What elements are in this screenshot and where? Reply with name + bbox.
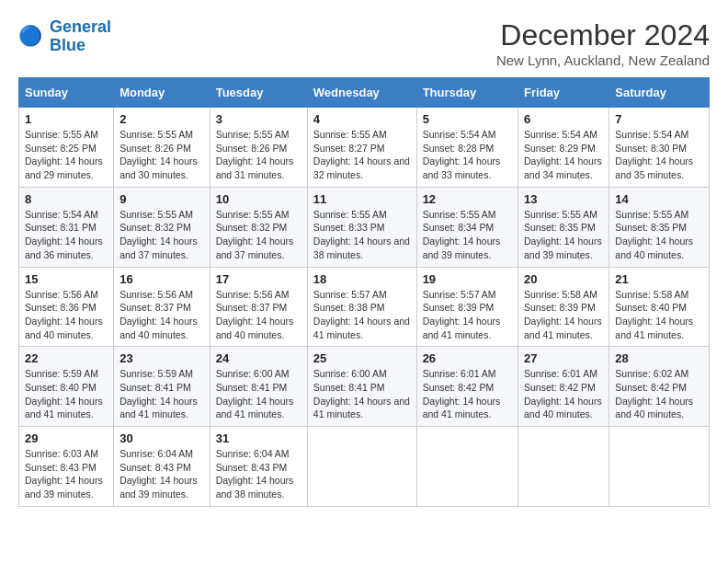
day-info: Sunrise: 5:55 AM Sunset: 8:35 PM Dayligh… <box>524 208 603 262</box>
day-info: Sunrise: 5:55 AM Sunset: 8:33 PM Dayligh… <box>313 208 411 262</box>
col-tuesday: Tuesday <box>210 78 307 108</box>
day-number: 5 <box>423 112 512 126</box>
day-info: Sunrise: 6:02 AM Sunset: 8:42 PM Dayligh… <box>615 367 703 421</box>
calendar-cell <box>518 427 609 507</box>
col-friday: Friday <box>518 78 609 108</box>
calendar-cell: 12 Sunrise: 5:55 AM Sunset: 8:34 PM Dayl… <box>416 187 518 267</box>
day-info: Sunrise: 5:54 AM Sunset: 8:29 PM Dayligh… <box>524 128 603 182</box>
day-info: Sunrise: 5:58 AM Sunset: 8:39 PM Dayligh… <box>524 288 603 342</box>
calendar-week-row: 22 Sunrise: 5:59 AM Sunset: 8:40 PM Dayl… <box>19 347 710 427</box>
calendar-cell <box>609 427 710 507</box>
calendar-cell: 9 Sunrise: 5:55 AM Sunset: 8:32 PM Dayli… <box>114 187 210 267</box>
calendar-cell: 14 Sunrise: 5:55 AM Sunset: 8:35 PM Dayl… <box>609 187 710 267</box>
calendar-cell: 31 Sunrise: 6:04 AM Sunset: 8:43 PM Dayl… <box>210 427 307 507</box>
day-info: Sunrise: 5:55 AM Sunset: 8:26 PM Dayligh… <box>119 128 204 182</box>
calendar-cell: 23 Sunrise: 5:59 AM Sunset: 8:41 PM Dayl… <box>114 347 210 427</box>
day-number: 24 <box>216 351 301 365</box>
day-number: 26 <box>423 351 512 365</box>
day-info: Sunrise: 6:01 AM Sunset: 8:42 PM Dayligh… <box>524 367 603 421</box>
day-number: 17 <box>216 272 301 286</box>
day-info: Sunrise: 5:59 AM Sunset: 8:41 PM Dayligh… <box>119 367 204 421</box>
day-number: 20 <box>524 272 603 286</box>
calendar-cell: 6 Sunrise: 5:54 AM Sunset: 8:29 PM Dayli… <box>518 108 609 188</box>
day-info: Sunrise: 5:57 AM Sunset: 8:38 PM Dayligh… <box>313 288 411 342</box>
day-number: 21 <box>615 272 703 286</box>
calendar-cell: 13 Sunrise: 5:55 AM Sunset: 8:35 PM Dayl… <box>518 187 609 267</box>
day-number: 19 <box>423 272 512 286</box>
col-thursday: Thursday <box>416 78 518 108</box>
calendar-cell: 10 Sunrise: 5:55 AM Sunset: 8:32 PM Dayl… <box>210 187 307 267</box>
page-header: 🔵 General Blue December 2024 New Lynn, A… <box>18 18 710 68</box>
day-number: 8 <box>25 192 108 206</box>
col-sunday: Sunday <box>19 78 114 108</box>
calendar-cell: 28 Sunrise: 6:02 AM Sunset: 8:42 PM Dayl… <box>609 347 710 427</box>
calendar-cell: 22 Sunrise: 5:59 AM Sunset: 8:40 PM Dayl… <box>19 347 114 427</box>
day-info: Sunrise: 5:58 AM Sunset: 8:40 PM Dayligh… <box>615 288 703 342</box>
calendar-cell: 24 Sunrise: 6:00 AM Sunset: 8:41 PM Dayl… <box>210 347 307 427</box>
day-number: 31 <box>216 431 301 445</box>
logo-text: General Blue <box>50 18 111 55</box>
calendar-cell: 15 Sunrise: 5:56 AM Sunset: 8:36 PM Dayl… <box>19 267 114 347</box>
day-number: 3 <box>216 112 301 126</box>
calendar-cell: 30 Sunrise: 6:04 AM Sunset: 8:43 PM Dayl… <box>114 427 210 507</box>
day-info: Sunrise: 6:04 AM Sunset: 8:43 PM Dayligh… <box>216 447 301 501</box>
day-info: Sunrise: 5:56 AM Sunset: 8:37 PM Dayligh… <box>119 288 204 342</box>
calendar-cell <box>307 427 416 507</box>
day-number: 10 <box>216 192 301 206</box>
day-info: Sunrise: 5:55 AM Sunset: 8:27 PM Dayligh… <box>313 128 411 182</box>
day-info: Sunrise: 5:57 AM Sunset: 8:39 PM Dayligh… <box>423 288 512 342</box>
calendar-cell: 5 Sunrise: 5:54 AM Sunset: 8:28 PM Dayli… <box>416 108 518 188</box>
calendar-cell: 26 Sunrise: 6:01 AM Sunset: 8:42 PM Dayl… <box>416 347 518 427</box>
calendar-week-row: 29 Sunrise: 6:03 AM Sunset: 8:43 PM Dayl… <box>19 427 710 507</box>
day-info: Sunrise: 5:55 AM Sunset: 8:34 PM Dayligh… <box>423 208 512 262</box>
day-number: 27 <box>524 351 603 365</box>
day-number: 14 <box>615 192 703 206</box>
calendar-cell: 4 Sunrise: 5:55 AM Sunset: 8:27 PM Dayli… <box>307 108 416 188</box>
day-number: 30 <box>119 431 204 445</box>
svg-text:🔵: 🔵 <box>18 24 43 48</box>
day-info: Sunrise: 5:55 AM Sunset: 8:32 PM Dayligh… <box>119 208 204 262</box>
calendar-cell: 20 Sunrise: 5:58 AM Sunset: 8:39 PM Dayl… <box>518 267 609 347</box>
title-area: December 2024 New Lynn, Auckland, New Ze… <box>496 18 710 68</box>
day-info: Sunrise: 6:00 AM Sunset: 8:41 PM Dayligh… <box>313 367 411 421</box>
calendar-header-row: Sunday Monday Tuesday Wednesday Thursday… <box>19 78 710 108</box>
day-number: 23 <box>119 351 204 365</box>
day-info: Sunrise: 5:55 AM Sunset: 8:32 PM Dayligh… <box>216 208 301 262</box>
calendar-cell: 27 Sunrise: 6:01 AM Sunset: 8:42 PM Dayl… <box>518 347 609 427</box>
calendar-week-row: 8 Sunrise: 5:54 AM Sunset: 8:31 PM Dayli… <box>19 187 710 267</box>
day-info: Sunrise: 5:54 AM Sunset: 8:28 PM Dayligh… <box>423 128 512 182</box>
day-info: Sunrise: 5:55 AM Sunset: 8:35 PM Dayligh… <box>615 208 703 262</box>
logo: 🔵 General Blue <box>18 18 111 55</box>
day-info: Sunrise: 5:54 AM Sunset: 8:30 PM Dayligh… <box>615 128 703 182</box>
day-number: 9 <box>119 192 204 206</box>
calendar-cell: 16 Sunrise: 5:56 AM Sunset: 8:37 PM Dayl… <box>114 267 210 347</box>
day-number: 13 <box>524 192 603 206</box>
day-number: 29 <box>25 431 108 445</box>
calendar-cell: 2 Sunrise: 5:55 AM Sunset: 8:26 PM Dayli… <box>114 108 210 188</box>
calendar-cell: 18 Sunrise: 5:57 AM Sunset: 8:38 PM Dayl… <box>307 267 416 347</box>
day-info: Sunrise: 6:00 AM Sunset: 8:41 PM Dayligh… <box>216 367 301 421</box>
day-info: Sunrise: 5:55 AM Sunset: 8:25 PM Dayligh… <box>25 128 108 182</box>
day-number: 6 <box>524 112 603 126</box>
day-number: 7 <box>615 112 703 126</box>
page-subtitle: New Lynn, Auckland, New Zealand <box>496 52 710 68</box>
day-number: 28 <box>615 351 703 365</box>
calendar-cell: 29 Sunrise: 6:03 AM Sunset: 8:43 PM Dayl… <box>19 427 114 507</box>
day-info: Sunrise: 6:04 AM Sunset: 8:43 PM Dayligh… <box>119 447 204 501</box>
day-info: Sunrise: 5:56 AM Sunset: 8:36 PM Dayligh… <box>25 288 108 342</box>
day-number: 4 <box>313 112 411 126</box>
day-number: 11 <box>313 192 411 206</box>
day-info: Sunrise: 5:55 AM Sunset: 8:26 PM Dayligh… <box>216 128 301 182</box>
day-number: 15 <box>25 272 108 286</box>
col-monday: Monday <box>114 78 210 108</box>
day-info: Sunrise: 5:59 AM Sunset: 8:40 PM Dayligh… <box>25 367 108 421</box>
day-info: Sunrise: 5:56 AM Sunset: 8:37 PM Dayligh… <box>216 288 301 342</box>
day-number: 2 <box>119 112 204 126</box>
day-number: 18 <box>313 272 411 286</box>
calendar-cell: 3 Sunrise: 5:55 AM Sunset: 8:26 PM Dayli… <box>210 108 307 188</box>
day-info: Sunrise: 6:03 AM Sunset: 8:43 PM Dayligh… <box>25 447 108 501</box>
day-number: 12 <box>423 192 512 206</box>
day-number: 25 <box>313 351 411 365</box>
day-number: 22 <box>25 351 108 365</box>
day-number: 1 <box>25 112 108 126</box>
